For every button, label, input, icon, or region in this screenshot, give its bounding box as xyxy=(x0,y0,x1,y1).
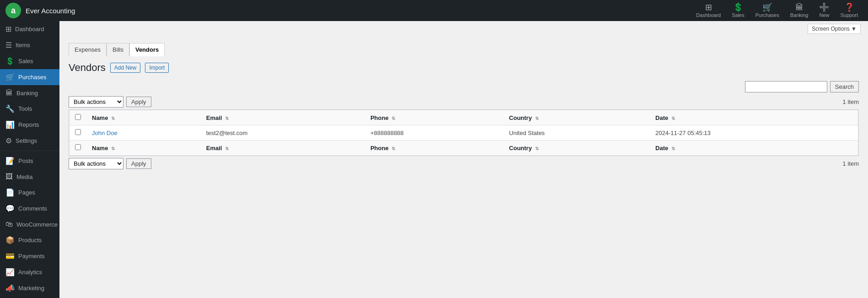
row-date: 2024-11-27 05:45:13 xyxy=(650,125,858,141)
settings-sidebar-icon: ⚙ xyxy=(5,136,12,145)
phone-sort-icon: ⇅ xyxy=(391,116,395,121)
search-input[interactable] xyxy=(745,81,827,92)
topnav-dashboard[interactable]: ⊞ Dashboard xyxy=(691,1,725,20)
row-email: test2@test.com xyxy=(201,125,365,141)
comments-sidebar-icon: 💬 xyxy=(5,204,15,213)
select-all-header xyxy=(70,110,87,125)
banking-icon: 🏛 xyxy=(795,3,804,11)
col-email[interactable]: Email ⇅ xyxy=(201,110,365,125)
sidebar-item-payments[interactable]: 💳 Payments xyxy=(0,248,59,264)
add-new-button[interactable]: Add New xyxy=(110,63,141,73)
screen-options-button[interactable]: Screen Options ▼ xyxy=(808,24,861,34)
purchases-sidebar-icon: 🛒 xyxy=(5,73,15,81)
marketing-sidebar-icon: 📣 xyxy=(5,284,15,293)
bulk-actions-select-top[interactable]: Bulk actions xyxy=(69,96,123,108)
col-email-bottom[interactable]: Email ⇅ xyxy=(201,141,365,156)
sales-icon: 💲 xyxy=(733,3,743,11)
logo-icon: a xyxy=(5,3,21,18)
sidebar-item-products[interactable]: 📦 Products xyxy=(0,232,59,248)
sidebar-item-dashboard[interactable]: ⊞ Dashboard xyxy=(0,21,59,37)
tab-bills[interactable]: Bills xyxy=(107,43,129,56)
media-sidebar-icon: 🖼 xyxy=(5,173,13,181)
email-sort-icon: ⇅ xyxy=(225,116,229,121)
country-sort-icon: ⇅ xyxy=(535,116,539,121)
sidebar-item-woocommerce[interactable]: 🛍 WooCommerce xyxy=(0,217,59,232)
sidebar-item-pages[interactable]: 📄 Pages xyxy=(0,184,59,200)
dashboard-sidebar-icon: ⊞ xyxy=(5,25,11,33)
sidebar-item-banking[interactable]: 🏛 Banking xyxy=(0,85,59,101)
bulk-actions-select-bottom[interactable]: Bulk actions xyxy=(69,158,123,169)
new-icon: ➕ xyxy=(819,3,829,11)
phone-sort-icon-bottom: ⇅ xyxy=(391,146,395,151)
sidebar-item-tools[interactable]: 🔧 Tools xyxy=(0,101,59,117)
tools-sidebar-icon: 🔧 xyxy=(5,104,15,113)
vendors-table: Name ⇅ Email ⇅ Phone ⇅ xyxy=(69,110,858,156)
payments-sidebar-icon: 💳 xyxy=(5,252,15,260)
sidebar-item-settings[interactable]: ⚙ Settings xyxy=(0,133,59,149)
date-sort-icon: ⇅ xyxy=(671,116,675,121)
search-button[interactable]: Search xyxy=(830,81,859,92)
select-all-checkbox[interactable] xyxy=(75,114,81,120)
main-content: Screen Options ▼ Expenses Bills Vendors … xyxy=(59,21,868,298)
search-row: Search xyxy=(69,81,859,92)
col-date[interactable]: Date ⇅ xyxy=(650,110,858,125)
apply-button-bottom[interactable]: Apply xyxy=(126,158,151,169)
name-sort-icon-bottom: ⇅ xyxy=(111,146,115,151)
app-logo[interactable]: a Ever Accounting xyxy=(5,3,84,18)
col-name[interactable]: Name ⇅ xyxy=(86,110,201,125)
select-all-checkbox-bottom[interactable] xyxy=(75,144,81,150)
row-phone: +888888888 xyxy=(365,125,504,141)
col-phone[interactable]: Phone ⇅ xyxy=(365,110,504,125)
name-sort-icon: ⇅ xyxy=(111,116,115,121)
banking-sidebar-icon: 🏛 xyxy=(5,89,13,97)
products-sidebar-icon: 📦 xyxy=(5,236,15,244)
topnav-sales[interactable]: 💲 Sales xyxy=(727,1,749,20)
sidebar-item-reports[interactable]: 📊 Reports xyxy=(0,117,59,133)
select-all-footer xyxy=(70,141,87,156)
row-checkbox[interactable] xyxy=(75,129,81,135)
col-country-bottom[interactable]: Country ⇅ xyxy=(504,141,650,156)
posts-sidebar-icon: 📝 xyxy=(5,157,15,165)
col-country[interactable]: Country ⇅ xyxy=(504,110,650,125)
vendors-table-container: Name ⇅ Email ⇅ Phone ⇅ xyxy=(69,109,859,156)
item-count-bottom: 1 item xyxy=(843,160,859,167)
top-nav: ⊞ Dashboard 💲 Sales 🛒 Purchases 🏛 Bankin… xyxy=(691,1,863,20)
page-header: Vendors Add New Import xyxy=(69,62,859,74)
sidebar-item-posts[interactable]: 📝 Posts xyxy=(0,153,59,169)
col-phone-bottom[interactable]: Phone ⇅ xyxy=(365,141,504,156)
vendor-name-link[interactable]: John Doe xyxy=(92,130,118,136)
sidebar-item-analytics[interactable]: 📈 Analytics xyxy=(0,264,59,280)
topnav-support[interactable]: ❓ Support xyxy=(836,1,863,20)
sidebar-item-purchases[interactable]: 🛒 Purchases xyxy=(0,69,59,85)
pages-sidebar-icon: 📄 xyxy=(5,188,15,197)
topnav-purchases[interactable]: 🛒 Purchases xyxy=(751,1,784,20)
topnav-new[interactable]: ➕ New xyxy=(814,1,834,20)
tab-expenses[interactable]: Expenses xyxy=(69,43,107,56)
support-icon: ❓ xyxy=(844,3,854,11)
content-area: Expenses Bills Vendors Vendors Add New I… xyxy=(59,34,868,179)
table-header-row: Name ⇅ Email ⇅ Phone ⇅ xyxy=(70,110,858,125)
table-footer-row: Name ⇅ Email ⇅ Phone ⇅ xyxy=(70,141,858,156)
sidebar-item-marketing[interactable]: 📣 Marketing xyxy=(0,280,59,296)
item-count-top: 1 item xyxy=(843,98,859,105)
topnav-banking[interactable]: 🏛 Banking xyxy=(786,1,813,20)
tab-vendors[interactable]: Vendors xyxy=(129,43,165,56)
sidebar-item-media[interactable]: 🖼 Media xyxy=(0,169,59,184)
sidebar-item-sales[interactable]: 💲 Sales xyxy=(0,53,59,69)
table-row: John Doe test2@test.com +888888888 Unite… xyxy=(70,125,858,141)
sidebar-item-comments[interactable]: 💬 Comments xyxy=(0,200,59,217)
items-sidebar-icon: ☰ xyxy=(5,41,12,49)
row-checkbox-cell xyxy=(70,125,87,141)
page-title: Vendors xyxy=(69,62,106,74)
col-name-bottom[interactable]: Name ⇅ xyxy=(86,141,201,156)
sidebar-item-items[interactable]: ☰ Items xyxy=(0,37,59,53)
email-sort-icon-bottom: ⇅ xyxy=(225,146,229,151)
apply-button-top[interactable]: Apply xyxy=(126,97,151,107)
woo-sidebar-icon: 🛍 xyxy=(5,220,13,228)
col-date-bottom[interactable]: Date ⇅ xyxy=(650,141,858,156)
bulk-actions-top: Bulk actions Apply 1 item xyxy=(69,96,859,108)
row-name: John Doe xyxy=(86,125,201,141)
import-button[interactable]: Import xyxy=(145,63,169,73)
cart-icon: 🛒 xyxy=(762,3,772,11)
bulk-actions-bottom: Bulk actions Apply 1 item xyxy=(69,158,859,169)
